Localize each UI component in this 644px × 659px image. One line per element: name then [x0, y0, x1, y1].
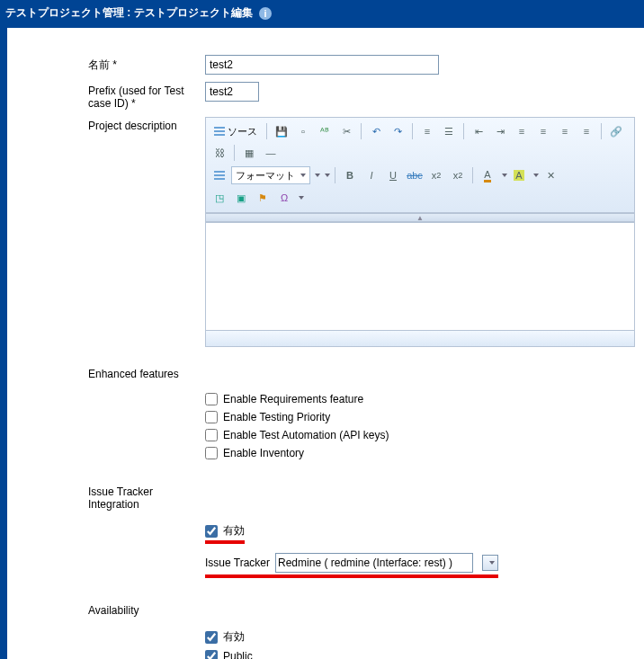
table-icon[interactable]: ▦ [239, 143, 259, 163]
hr-icon[interactable]: — [261, 143, 281, 163]
label-requirements: Enable Requirements feature [223, 393, 363, 405]
underline-icon[interactable]: U [383, 165, 403, 185]
outdent-icon[interactable]: ⇤ [469, 121, 488, 141]
superscript-icon[interactable]: x2 [448, 165, 468, 185]
remove-format-icon[interactable]: ✕ [541, 165, 560, 185]
toolbar-collapse-handle[interactable]: ▲ [206, 213, 634, 222]
section-enhanced: Enhanced features Enable Requirements fe… [88, 365, 635, 465]
strikethrough-icon[interactable]: abc [405, 165, 425, 185]
prefix-input[interactable] [205, 82, 259, 102]
select-arrow-button[interactable] [482, 555, 498, 571]
align-right-icon[interactable]: ≡ [555, 121, 575, 141]
section-issue-tracker: Issue Tracker Integration 有効 Issue Track… [88, 483, 635, 583]
label-prefix: Prefix (used for Test case ID) * [88, 82, 205, 110]
checkbox-inventory[interactable] [205, 447, 218, 459]
text-color-icon[interactable]: A [478, 165, 497, 185]
label-issue-tracker-enabled: 有効 [223, 523, 245, 539]
label-inventory: Enable Inventory [223, 447, 304, 459]
italic-icon[interactable]: I [362, 165, 381, 185]
indent-icon[interactable]: ⇥ [490, 121, 510, 141]
unlink-icon[interactable]: ⛓ [210, 143, 229, 163]
editor-toolbar: ソース 💾 ▫ ᴬᴮ ✂ ↶ ↷ ≡ ☰ [206, 118, 634, 213]
checkbox-public[interactable] [205, 650, 218, 659]
subscript-icon[interactable]: x2 [426, 165, 446, 185]
label-description: Project description [88, 117, 205, 132]
heading-issue-tracker: Issue Tracker Integration [88, 483, 205, 511]
row-description: Project description ソース 💾 ▫ [88, 117, 635, 347]
label-public: Public [223, 650, 253, 659]
issue-tracker-selected: Redmine ( redmine (Interface: rest) ) [278, 557, 452, 569]
align-center-icon[interactable]: ≡ [533, 121, 553, 141]
save-icon[interactable]: 💾 [272, 121, 291, 141]
special-char-icon[interactable]: Ω [274, 188, 294, 208]
bold-icon[interactable]: B [340, 165, 360, 185]
row-name: 名前 * [88, 55, 635, 75]
heading-enhanced: Enhanced features [88, 365, 205, 380]
chevron-down-icon[interactable] [325, 174, 330, 177]
rich-text-editor: ソース 💾 ▫ ᴬᴮ ✂ ↶ ↷ ≡ ☰ [205, 117, 635, 347]
help-icon[interactable]: i [259, 7, 272, 20]
chevron-down-icon[interactable] [533, 174, 539, 177]
issue-tracker-select[interactable]: Redmine ( redmine (Interface: rest) ) [275, 553, 473, 573]
align-justify-icon[interactable]: ≡ [577, 121, 596, 141]
undo-icon[interactable]: ↶ [366, 121, 386, 141]
newpage-icon[interactable]: ▫ [293, 121, 313, 141]
image-icon[interactable]: ◳ [210, 188, 229, 208]
source-icon [214, 126, 225, 137]
label-priority: Enable Testing Priority [223, 411, 330, 423]
chevron-down-icon[interactable] [315, 174, 320, 177]
bulleted-list-icon[interactable]: ☰ [439, 121, 459, 141]
link-icon[interactable]: 🔗 [606, 121, 626, 141]
chevron-down-icon [489, 561, 495, 565]
label-issue-tracker-field: Issue Tracker [205, 557, 270, 569]
anchor-icon[interactable]: ⚑ [253, 188, 273, 208]
label-automation: Enable Test Automation (API keys) [223, 429, 389, 441]
cut-icon[interactable]: ✂ [336, 121, 356, 141]
chevron-down-icon [300, 174, 306, 177]
name-input[interactable] [205, 55, 439, 75]
editor-source-button[interactable]: ソース [210, 122, 262, 141]
checkbox-automation[interactable] [205, 429, 218, 441]
label-name: 名前 * [88, 55, 205, 73]
form-content: 名前 * Prefix (used for Test case ID) * Pr… [7, 28, 644, 659]
frame-border: 名前 * Prefix (used for Test case ID) * Pr… [0, 28, 644, 659]
format-dropdown[interactable]: フォーマット [231, 166, 310, 184]
label-availability-enabled: 有効 [223, 629, 245, 645]
page-title: テストプロジェクト管理 : テストプロジェクト編集 [5, 6, 253, 19]
redo-icon[interactable]: ↷ [388, 121, 407, 141]
editor-textarea[interactable] [206, 222, 634, 330]
chevron-down-icon[interactable] [502, 174, 507, 177]
section-availability: Availability 有効 Public [88, 601, 635, 659]
heading-availability: Availability [88, 601, 205, 617]
chevron-down-icon[interactable] [299, 196, 304, 200]
align-left-icon[interactable]: ≡ [512, 121, 532, 141]
numbered-list-icon[interactable]: ≡ [417, 121, 437, 141]
checkbox-issue-tracker-enabled[interactable] [205, 525, 218, 538]
lines-icon[interactable] [210, 165, 229, 185]
bg-color-icon[interactable]: A [509, 165, 529, 185]
editor-path-bar [206, 330, 634, 346]
checkbox-priority[interactable] [205, 411, 218, 423]
checkbox-requirements[interactable] [205, 393, 218, 405]
flash-icon[interactable]: ▣ [231, 188, 251, 208]
page-header: テストプロジェクト管理 : テストプロジェクト編集 i [0, 0, 644, 28]
row-prefix: Prefix (used for Test case ID) * [88, 82, 635, 110]
spellcheck-icon[interactable]: ᴬᴮ [315, 121, 335, 141]
checkbox-availability-enabled[interactable] [205, 631, 218, 644]
